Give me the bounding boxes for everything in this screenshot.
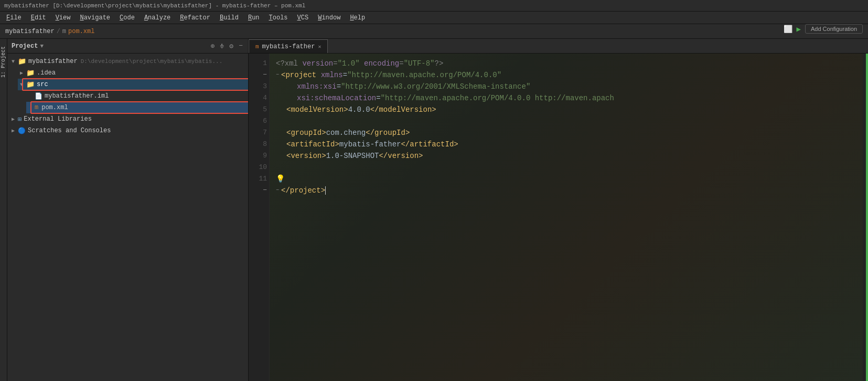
- top-right-toolbar: ⬜ ▶ Add Configuration: [784, 24, 863, 34]
- src-red-outline: [22, 78, 248, 91]
- menu-refactor[interactable]: Refactor: [176, 13, 215, 23]
- breadcrumb-m-icon: m: [62, 28, 66, 35]
- scratches-icon: 🔵: [18, 127, 26, 135]
- code-content[interactable]: <?xml version="1.0" encoding="UTF-8"?> −…: [270, 54, 863, 381]
- idea-folder-icon: 📁: [26, 69, 35, 77]
- scratches-label: Scratches and Consoles: [28, 127, 111, 134]
- breadcrumb-separator: /: [57, 28, 60, 35]
- line-num-7: 7: [251, 127, 267, 139]
- menu-tools[interactable]: Tools: [265, 13, 292, 23]
- settings-icon[interactable]: ⚙: [228, 41, 234, 51]
- text-cursor: [325, 186, 326, 195]
- editor-area: m mybatis-father ✕ 1 − 3 4 5 6 7 8 9 10 …: [249, 39, 868, 381]
- expand-arrow-mybatisfather: ▼: [12, 59, 18, 65]
- menu-run[interactable]: Run: [244, 13, 264, 23]
- pom-file-icon: m: [35, 104, 38, 111]
- scrollbar-gutter[interactable]: [863, 54, 868, 381]
- external-lib-icon: ⊞: [18, 115, 22, 123]
- iml-label: mybatisfather.iml: [45, 92, 109, 100]
- src-label: src: [37, 81, 48, 88]
- minimize-icon[interactable]: −: [238, 41, 244, 51]
- line-numbers: 1 − 3 4 5 6 7 8 9 10 11 −: [249, 54, 270, 381]
- code-line-5: <modelVersion>4.0.0</modelVersion>: [276, 104, 856, 115]
- tab-label: mybatis-father: [262, 43, 315, 50]
- menu-vcs[interactable]: VCS: [293, 13, 313, 23]
- code-editor[interactable]: 1 − 3 4 5 6 7 8 9 10 11 − <?xml version=…: [249, 54, 868, 381]
- editor-tab-pom[interactable]: m mybatis-father ✕: [249, 39, 328, 53]
- change-indicator: [866, 54, 868, 381]
- expand-arrow-idea: ▶: [20, 70, 26, 76]
- vertical-tab-strip: 1: Project: [0, 39, 7, 381]
- expand-arrow-external: ▶: [12, 116, 18, 122]
- tree-item-external-libraries[interactable]: ▶ ⊞ External Libraries: [9, 113, 248, 125]
- sidebar-icons: ⊕ ≑ ⚙ −: [210, 41, 244, 51]
- code-line-3: xmlns:xsi="http://www.w3.org/2001/XMLSch…: [276, 81, 856, 92]
- sidebar-title: Project: [12, 43, 38, 50]
- tree-item-pom[interactable]: ▶ m pom.xml: [26, 102, 248, 113]
- window-icon-restore[interactable]: ⬜: [784, 25, 792, 34]
- tab-m-icon: m: [255, 44, 259, 50]
- expand-arrow-src: ▼: [20, 82, 26, 88]
- external-libraries-label: External Libraries: [24, 115, 92, 123]
- menu-code[interactable]: Code: [115, 13, 139, 23]
- menu-view[interactable]: View: [51, 13, 75, 23]
- tree-item-src[interactable]: ▼ 📁 src: [18, 79, 248, 90]
- tree-item-mybatisfather[interactable]: ▼ 📁 mybatisfather D:\development\project…: [9, 56, 248, 67]
- menu-bar: File Edit View Navigate Code Analyze Ref…: [0, 12, 868, 24]
- line-num-11: 11: [251, 173, 267, 185]
- menu-analyze[interactable]: Analyze: [140, 13, 175, 23]
- code-line-8: <artifactId>mybatis-father</artifactId>: [276, 139, 856, 150]
- tree-item-scratches[interactable]: ▶ 🔵 Scratches and Consoles: [9, 125, 248, 136]
- expand-arrow-scratches: ▶: [12, 128, 18, 134]
- tree-item-idea[interactable]: ▶ 📁 .idea: [18, 67, 248, 79]
- tab-close-button[interactable]: ✕: [318, 44, 321, 50]
- run-icon-green[interactable]: ▶: [797, 25, 801, 34]
- line-num-4: 4: [251, 92, 267, 104]
- menu-window[interactable]: Window: [314, 13, 345, 23]
- project-tab-label[interactable]: 1: Project: [1, 44, 6, 80]
- code-line-2: − <project xmlns="http://maven.apache.or…: [276, 69, 856, 81]
- breadcrumb-bar: mybatisfather / m pom.xml ⬜ ▶ Add Config…: [0, 24, 868, 39]
- fold-btn-12[interactable]: −: [276, 185, 279, 196]
- menu-file[interactable]: File: [2, 13, 26, 23]
- sidebar-header: Project ▼ ⊕ ≑ ⚙ −: [7, 39, 248, 54]
- line-num-8: 8: [251, 139, 267, 150]
- code-line-6: [276, 115, 856, 127]
- add-configuration-button[interactable]: Add Configuration: [805, 24, 863, 34]
- fold-btn-2[interactable]: −: [276, 69, 279, 81]
- tree-view: ▼ 📁 mybatisfather D:\development\project…: [7, 54, 248, 381]
- line-num-5: 5: [251, 104, 267, 115]
- menu-navigate[interactable]: Navigate: [76, 13, 114, 23]
- line-num-3: 3: [251, 81, 267, 92]
- menu-edit[interactable]: Edit: [27, 13, 50, 23]
- project-path-label: D:\development\project\mybatis\mybatis..…: [81, 58, 223, 65]
- tree-item-iml[interactable]: ▶ 📄 mybatisfather.iml: [26, 90, 248, 102]
- menu-build[interactable]: Build: [216, 13, 243, 23]
- code-line-7: <groupId>com.cheng</groupId>: [276, 127, 856, 139]
- line-num-12: −: [251, 185, 267, 196]
- breadcrumb-project[interactable]: mybatisfather: [5, 28, 55, 35]
- src-folder-icon: 📁: [26, 80, 35, 89]
- code-line-12: − </project>: [276, 185, 856, 196]
- line-num-2: −: [251, 69, 267, 81]
- project-folder-icon: 📁: [18, 57, 26, 66]
- iml-file-icon: 📄: [35, 92, 42, 100]
- tab-bar: m mybatis-father ✕: [249, 39, 868, 54]
- code-line-9: <version>1.0-SNAPSHOT</version>: [276, 150, 856, 162]
- idea-label: .idea: [37, 69, 56, 77]
- title-text: mybatisfather [D:\development\project\my…: [4, 3, 305, 9]
- locate-icon[interactable]: ⊕: [210, 41, 216, 51]
- code-line-11: 💡: [276, 173, 856, 185]
- breadcrumb-file[interactable]: pom.xml: [68, 28, 94, 35]
- project-name-label: mybatisfather: [28, 58, 78, 65]
- line-num-6: 6: [251, 115, 267, 127]
- main-layout: 1: Project Project ▼ ⊕ ≑ ⚙ − ▼ 📁 mybatis…: [0, 39, 868, 381]
- code-line-10: [276, 162, 856, 173]
- lightbulb-icon[interactable]: 💡: [276, 173, 285, 185]
- sidebar-dropdown-arrow[interactable]: ▼: [40, 43, 44, 49]
- sidebar: Project ▼ ⊕ ≑ ⚙ − ▼ 📁 mybatisfather D:\d…: [7, 39, 249, 381]
- menu-help[interactable]: Help: [346, 13, 369, 23]
- code-line-1: <?xml version="1.0" encoding="UTF-8"?>: [276, 58, 856, 69]
- code-line-4: xsi:schemaLocation="http://maven.apache.…: [276, 92, 856, 104]
- collapse-icon[interactable]: ≑: [219, 41, 226, 51]
